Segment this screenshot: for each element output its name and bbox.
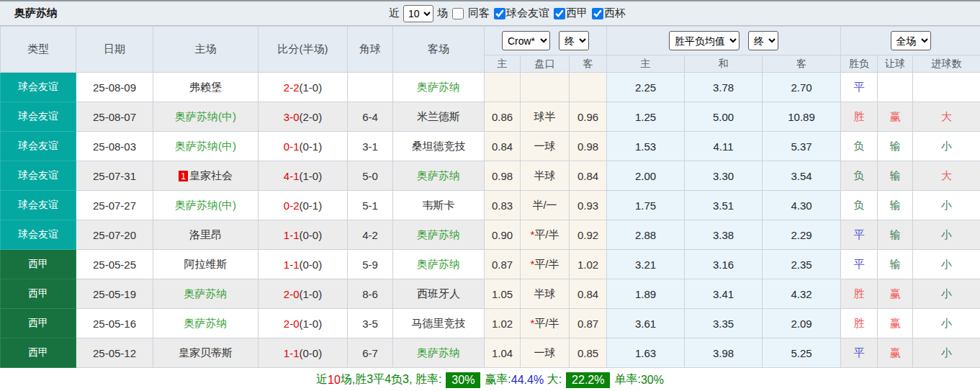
col-header-corner: 角球 (348, 27, 393, 73)
result-handicap: 输 (878, 132, 913, 161)
handicap-home-odds: 0.83 (485, 191, 521, 220)
score-cell: 1-1(0-0) (259, 338, 348, 368)
result-wdl: 负 (841, 191, 878, 220)
top-bar: 奥萨苏纳 近 10 场 同客 球会友谊 西甲 西杯 (0, 0, 980, 26)
table-row: 球会友谊 25-08-09 弗赖堡 2-2(1-0) 奥萨苏纳 2.25 3.7… (1, 73, 980, 102)
filter-controls: 近 10 场 同客 球会友谊 西甲 西杯 (389, 1, 626, 25)
score-cell: 2-0(1-0) (259, 279, 348, 309)
big-rate-label: 大: (544, 372, 562, 387)
home-team: 1皇家社会 (153, 161, 259, 191)
table-row: 球会友谊 25-07-31 1皇家社会 4-1(1-0) 5-0 奥萨苏纳 0.… (1, 161, 980, 191)
odds-draw: 3.16 (685, 250, 763, 279)
odds-draw: 3.35 (685, 309, 763, 338)
match-rows: 球会友谊 25-08-09 弗赖堡 2-2(1-0) 奥萨苏纳 2.25 3.7… (1, 73, 980, 368)
odds-away: 4.32 (763, 279, 841, 309)
score-cell: 4-1(1-0) (259, 161, 348, 191)
away-team: 米兰德斯 (393, 102, 485, 132)
sub-header-odds-away: 客 (763, 55, 841, 73)
result-wdl: 平 (841, 220, 878, 250)
result-goals: 小 (913, 250, 980, 279)
crow-state-select[interactable]: 终 (559, 31, 589, 50)
big-rate-badge: 22.2% (566, 372, 610, 388)
recent-count-select[interactable]: 10 (403, 5, 433, 22)
table-row: 西甲 25-05-19 奥萨苏纳 2-0(1-0) 8-6 西班牙人 1.05 … (1, 279, 980, 309)
odds-home: 3.21 (607, 250, 685, 279)
handicap-line: *平/半 (521, 220, 570, 250)
ying-rate-value: 44.4% (511, 374, 544, 387)
filter-laliga-checkbox[interactable] (554, 8, 565, 19)
filter-friendly-label: 球会友谊 (506, 6, 549, 20)
odds-state-select[interactable]: 终 (748, 31, 778, 50)
result-wdl: 平 (841, 73, 878, 102)
away-team: 马德里竞技 (393, 309, 485, 338)
crow-company-select[interactable]: Crow* (502, 31, 550, 50)
table-row: 球会友谊 25-08-07 奥萨苏纳(中) 3-0(2-0) 6-4 米兰德斯 … (1, 102, 980, 132)
summary-count: 10 (328, 374, 341, 387)
same-venue-checkbox[interactable] (452, 8, 464, 19)
odds-home: 1.63 (607, 338, 685, 368)
summary-stats: 场,胜3平4负3, 胜率: (341, 372, 441, 387)
result-wdl: 负 (841, 161, 878, 191)
odds-home: 1.89 (607, 279, 685, 309)
result-group-header: 全场 (841, 27, 980, 55)
match-date: 25-08-03 (76, 132, 153, 161)
sub-header-handicap-line: 盘口 (521, 55, 570, 73)
home-team: 奥萨苏纳(中) (153, 102, 259, 132)
handicap-home-odds: 0.84 (485, 132, 521, 161)
score-cell: 2-0(1-0) (259, 309, 348, 338)
filter-copa-checkbox[interactable] (592, 8, 603, 19)
handicap-home-odds: 0.90 (485, 220, 521, 250)
sub-header-result-wdl: 胜负 (841, 55, 878, 73)
sub-header-handicap-away: 客 (570, 55, 607, 73)
single-rate-value: 30% (641, 374, 664, 387)
corner-cell: 8-6 (348, 279, 393, 309)
handicap-line: *平/半 (521, 309, 570, 338)
table-row: 球会友谊 25-07-27 奥萨苏纳(中) 0-2(0-1) 5-1 韦斯卡 0… (1, 191, 980, 220)
col-header-type: 类型 (1, 27, 76, 73)
result-wdl: 平 (841, 250, 878, 279)
handicap-home-odds: 1.02 (485, 309, 521, 338)
single-rate-label: 单率: (614, 372, 640, 387)
score-cell: 0-2(0-1) (259, 191, 348, 220)
odds-draw: 3.78 (685, 73, 763, 102)
home-team: 奥萨苏纳(中) (153, 191, 259, 220)
league-type-cell: 西甲 (1, 309, 76, 338)
handicap-line (521, 73, 570, 102)
result-handicap: 输 (878, 250, 913, 279)
handicap-home-odds: 0.86 (485, 102, 521, 132)
corner-cell: 5-0 (348, 161, 393, 191)
summary-bar: 近10场,胜3平4负3, 胜率: 30% 赢率:44.4% 大: 22.2% 单… (0, 368, 980, 391)
handicap-line: 半/一 (521, 191, 570, 220)
col-header-home: 主场 (153, 27, 259, 73)
table-row: 西甲 25-05-25 阿拉维斯 1-1(0-0) 5-9 奥萨苏纳 0.87 … (1, 250, 980, 279)
corner-cell: 6-7 (348, 338, 393, 368)
home-team: 阿拉维斯 (153, 250, 259, 279)
full-match-select[interactable]: 全场 (891, 31, 931, 50)
handicap-away-odds: 0.85 (570, 338, 607, 368)
result-goals: 小 (913, 220, 980, 250)
away-team: 桑坦德竞技 (393, 132, 485, 161)
table-row: 球会友谊 25-08-03 奥萨苏纳(中) 0-1(0-1) 3-1 桑坦德竞技… (1, 132, 980, 161)
result-wdl: 负 (841, 132, 878, 161)
odds-mean-select[interactable]: 胜平负均值 (669, 31, 740, 50)
filter-friendly-checkbox[interactable] (494, 8, 505, 19)
home-team: 弗赖堡 (153, 73, 259, 102)
league-type-cell: 西甲 (1, 338, 76, 368)
table-row: 球会友谊 25-07-20 洛里昂 1-1(0-0) 4-2 奥萨苏纳 0.90… (1, 220, 980, 250)
result-goals: 小 (913, 338, 980, 368)
odds-away: 10.89 (763, 102, 841, 132)
away-team: 奥萨苏纳 (393, 250, 485, 279)
page-title: 奥萨苏纳 (14, 6, 58, 20)
corner-cell: 4-2 (348, 220, 393, 250)
sub-header-odds-home: 主 (607, 55, 685, 73)
match-date: 25-08-07 (76, 102, 153, 132)
handicap-away-odds: 0.87 (570, 309, 607, 338)
home-team: 洛里昂 (153, 220, 259, 250)
handicap-line: 一球 (521, 338, 570, 368)
col-header-date: 日期 (76, 27, 153, 73)
odds-group-header: 胜平负均值 终 (607, 27, 841, 55)
handicap-away-odds: 0.96 (570, 102, 607, 132)
ying-rate-label: 赢率: (485, 372, 511, 387)
league-type-cell: 球会友谊 (1, 191, 76, 220)
recent-label: 近 (389, 6, 400, 20)
